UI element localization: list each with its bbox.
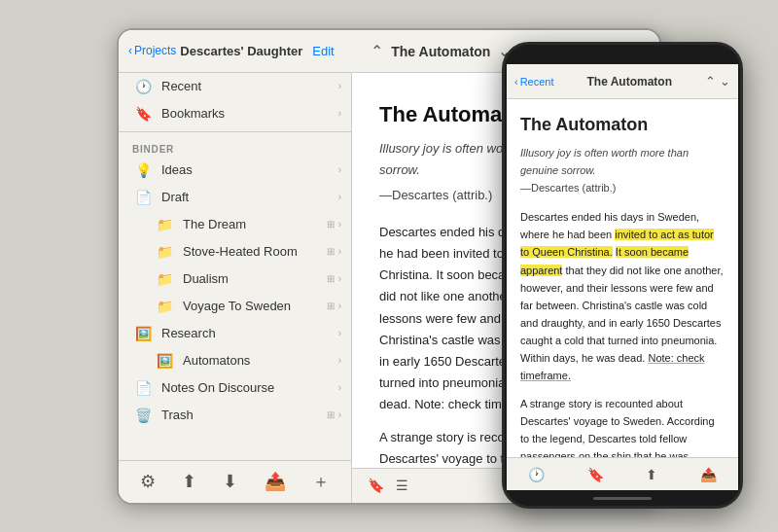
add-document-icon[interactable]: ＋ bbox=[312, 470, 330, 493]
phone-document-title: The Automaton bbox=[520, 111, 725, 140]
phone-bottom-toolbar: 🕐 🔖 ⬆ 📤 bbox=[507, 457, 738, 490]
notes-icon: 📄 bbox=[132, 380, 154, 396]
document-title-topbar: The Automaton bbox=[391, 44, 490, 59]
bottom-toolbar-left: 🔖 ☰ bbox=[368, 478, 408, 493]
grid-view-icon: ⊞ bbox=[327, 246, 335, 257]
folder-icon: 📁 bbox=[154, 299, 175, 314]
chevron-icon: › bbox=[338, 108, 341, 119]
phone-paragraph-2: A strange story is recounted about Desca… bbox=[520, 395, 725, 457]
clock-icon: 🕐 bbox=[132, 79, 154, 94]
phone-screen: ‹ Recent The Automaton ⌃ ⌄ The Automaton… bbox=[507, 64, 738, 490]
sidebar-item-notes[interactable]: 📄 Notes On Discourse › bbox=[119, 374, 351, 402]
chevron-icon: › bbox=[338, 246, 341, 257]
sidebar-item-research[interactable]: 🖼️ Research › bbox=[119, 320, 351, 347]
projects-back-button[interactable]: ‹ Projects bbox=[128, 44, 176, 57]
sidebar-item-recent[interactable]: 🕐 Recent › bbox=[119, 73, 351, 100]
phone-home-bar bbox=[505, 490, 740, 506]
sidebar-item-dualism[interactable]: 📁 Dualism ⊞ › bbox=[119, 266, 351, 293]
folder-icon: 📁 bbox=[154, 244, 175, 260]
sidebar-bottom-toolbar: ⚙ ⬆ ⬇ 📤 ＋ bbox=[119, 460, 351, 503]
sidebar-item-ideas[interactable]: 💡 Ideas › bbox=[119, 157, 351, 184]
chevron-icon: › bbox=[338, 219, 341, 230]
chevron-icon: › bbox=[338, 273, 341, 284]
draft-icon: 📄 bbox=[132, 190, 154, 205]
grid-view-icon: ⊞ bbox=[327, 273, 335, 284]
sidebar-item-stove-heated[interactable]: 📁 Stove-Heated Room ⊞ › bbox=[119, 238, 351, 266]
sidebar-section: 🕐 Recent › 🔖 Bookmarks › BINDER 💡 Ideas … bbox=[119, 73, 351, 460]
sidebar-item-voyage[interactable]: 📁 Voyage To Sweden ⊞ › bbox=[119, 293, 351, 320]
image-icon: 🖼️ bbox=[154, 353, 175, 369]
bookmark-icon: 🔖 bbox=[132, 106, 154, 122]
phone-paragraph-1: Descartes ended his days in Sweden, wher… bbox=[520, 208, 725, 384]
phone-title: The Automaton bbox=[554, 75, 705, 89]
chevron-icon: › bbox=[338, 328, 341, 338]
grid-view-icon: ⊞ bbox=[327, 409, 335, 420]
phone: ‹ Recent The Automaton ⌃ ⌄ The Automaton… bbox=[502, 42, 743, 509]
import-icon[interactable]: ⬇ bbox=[223, 471, 237, 492]
list-icon[interactable]: ☰ bbox=[396, 478, 408, 493]
phone-status-bar bbox=[505, 45, 740, 64]
phone-nav-buttons: ⌃ ⌄ bbox=[705, 74, 730, 89]
settings-icon[interactable]: ⚙ bbox=[140, 471, 156, 492]
phone-nav-down[interactable]: ⌄ bbox=[720, 74, 730, 89]
phone-content: The Automaton Illusory joy is often wort… bbox=[507, 99, 738, 457]
folder-icon: 📁 bbox=[154, 217, 175, 232]
phone-attribution: —Descartes (attrib.) bbox=[520, 179, 725, 196]
phone-home-indicator bbox=[593, 497, 652, 500]
export-icon[interactable]: ⬆ bbox=[182, 471, 196, 492]
grid-view-icon: ⊞ bbox=[327, 219, 335, 230]
share-icon[interactable]: 📤 bbox=[265, 471, 286, 492]
chevron-icon: › bbox=[338, 409, 341, 420]
ideas-icon: 💡 bbox=[132, 162, 154, 178]
chevron-icon: › bbox=[338, 382, 341, 393]
phone-export-icon[interactable]: 📤 bbox=[700, 467, 717, 482]
chevron-icon: › bbox=[338, 355, 341, 366]
phone-clock-icon[interactable]: 🕐 bbox=[528, 467, 545, 482]
phone-share-icon[interactable]: ⬆ bbox=[646, 467, 657, 482]
sidebar-item-trash[interactable]: 🗑️ Trash ⊞ › bbox=[119, 402, 351, 429]
phone-subtitle: Illusory joy is often worth more than ge… bbox=[520, 144, 725, 179]
bookmark-bottom-icon[interactable]: 🔖 bbox=[368, 478, 384, 493]
chevron-icon: › bbox=[338, 301, 341, 311]
phone-back-button[interactable]: ‹ Recent bbox=[514, 76, 554, 88]
phone-nav-up[interactable]: ⌃ bbox=[705, 74, 716, 89]
sidebar-divider bbox=[119, 131, 351, 132]
image-folder-icon: 🖼️ bbox=[132, 326, 154, 341]
sidebar-item-draft[interactable]: 📄 Draft › bbox=[119, 184, 351, 211]
binder-label: BINDER bbox=[119, 136, 351, 157]
chevron-icon: › bbox=[338, 81, 341, 91]
chevron-icon: › bbox=[338, 164, 341, 175]
sidebar-item-the-dream[interactable]: 📁 The Dream ⊞ › bbox=[119, 211, 351, 238]
phone-bookmark-icon[interactable]: 🔖 bbox=[587, 467, 604, 482]
sidebar: 🕐 Recent › 🔖 Bookmarks › BINDER 💡 Ideas … bbox=[119, 73, 352, 503]
chevron-icon: › bbox=[338, 192, 341, 202]
nav-up-button[interactable]: ⌃ bbox=[367, 40, 387, 62]
sidebar-item-automatons[interactable]: 🖼️ Automatons › bbox=[119, 347, 351, 374]
trash-icon: 🗑️ bbox=[132, 408, 154, 423]
project-name: Descartes' Daughter bbox=[180, 44, 302, 58]
phone-highlight-note: Note: check timeframe. bbox=[520, 352, 705, 381]
edit-button[interactable]: Edit bbox=[312, 44, 334, 58]
sidebar-item-bookmarks[interactable]: 🔖 Bookmarks › bbox=[119, 100, 351, 127]
phone-topbar: ‹ Recent The Automaton ⌃ ⌄ bbox=[507, 64, 738, 99]
tablet-nav-left: ‹ Projects Descartes' Daughter Edit bbox=[128, 44, 335, 58]
grid-view-icon: ⊞ bbox=[327, 301, 335, 311]
folder-icon: 📁 bbox=[154, 271, 175, 287]
